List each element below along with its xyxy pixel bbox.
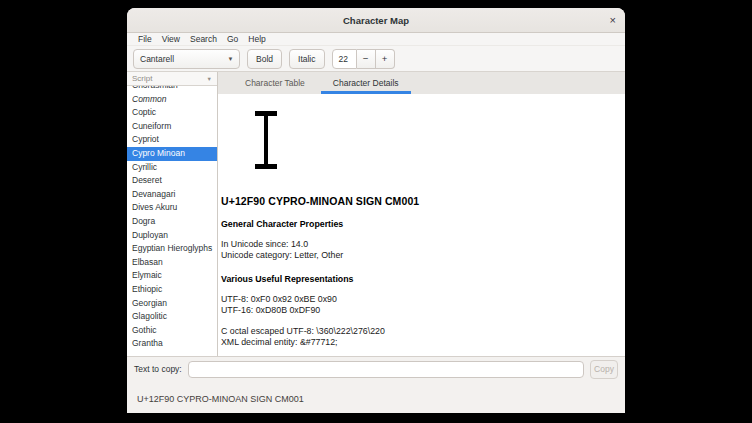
menu-item-go[interactable]: Go <box>222 34 243 44</box>
script-item-coptic[interactable]: Coptic <box>127 106 217 120</box>
increase-size-button[interactable]: + <box>376 49 395 69</box>
script-item-elymaic[interactable]: Elymaic <box>127 269 217 283</box>
font-size-spinner: 22 − + <box>332 49 395 69</box>
font-size-input[interactable]: 22 <box>332 49 357 69</box>
text-to-copy-label: Text to copy: <box>134 364 182 374</box>
copy-bar: Text to copy: Copy <box>127 356 625 381</box>
script-item-cyrillic[interactable]: Cyrillic <box>127 161 217 175</box>
script-sidebar: Script ▼ ChorasmianCommonCopticCuneiform… <box>127 72 218 356</box>
menu-item-help[interactable]: Help <box>243 34 270 44</box>
character-details-panel: U+12F90 CYPRO-MINOAN SIGN CM001 General … <box>218 94 625 356</box>
section-heading: General Character Properties <box>221 219 613 229</box>
character-heading: U+12F90 CYPRO-MINOAN SIGN CM001 <box>221 195 613 207</box>
script-item-chorasmian[interactable]: Chorasmian <box>127 86 217 93</box>
detail-lines-group: UTF-8: 0xF0 0x92 0xBE 0x90UTF-16: 0xD80B… <box>221 294 613 317</box>
script-list: ChorasmianCommonCopticCuneiformCypriotCy… <box>127 86 217 356</box>
tab-character-details[interactable]: Character Details <box>319 72 413 94</box>
script-header-label: Script <box>132 74 152 83</box>
tab-bar: Character TableCharacter Details <box>218 72 625 94</box>
bold-button[interactable]: Bold <box>247 49 282 69</box>
font-toolbar: Cantarell ▼ Bold Italic 22 − + <box>127 46 625 72</box>
italic-button[interactable]: Italic <box>289 49 324 69</box>
detail-lines-group: C octal escaped UTF-8: \360\222\276\220X… <box>221 326 613 349</box>
detail-lines-group: In Unicode since: 14.0Unicode category: … <box>221 239 613 262</box>
script-item-cuneiform[interactable]: Cuneiform <box>127 120 217 134</box>
menu-bar: FileViewSearchGoHelp <box>127 33 625 46</box>
title-bar[interactable]: Character Map × <box>127 8 625 33</box>
script-item-dives-akuru[interactable]: Dives Akuru <box>127 201 217 215</box>
script-item-glagolitic[interactable]: Glagolitic <box>127 310 217 324</box>
script-item-ethiopic[interactable]: Ethiopic <box>127 283 217 297</box>
script-item-egyptian-hieroglyphs[interactable]: Egyptian Hieroglyphs <box>127 242 217 256</box>
detail-line: UTF-16: 0xD80B 0xDF90 <box>221 305 613 316</box>
content-area: Script ▼ ChorasmianCommonCopticCuneiform… <box>127 72 625 356</box>
glyph-stem <box>264 111 268 169</box>
menu-item-file[interactable]: File <box>133 34 157 44</box>
text-to-copy-input[interactable] <box>188 361 584 378</box>
script-item-elbasan[interactable]: Elbasan <box>127 256 217 270</box>
script-item-cypro-minoan[interactable]: Cypro Minoan <box>127 147 217 161</box>
close-icon[interactable]: × <box>610 15 616 26</box>
script-item-deseret[interactable]: Deseret <box>127 174 217 188</box>
script-item-duployan[interactable]: Duployan <box>127 229 217 243</box>
script-column-header[interactable]: Script ▼ <box>127 72 217 86</box>
menu-item-view[interactable]: View <box>157 34 185 44</box>
decrease-size-button[interactable]: − <box>357 49 376 69</box>
section-heading: Various Useful Representations <box>221 274 613 284</box>
main-panel: Character TableCharacter Details U+12F90… <box>218 72 625 356</box>
window-title: Character Map <box>343 15 409 26</box>
character-glyph-preview <box>255 111 277 169</box>
status-bar: U+12F90 CYPRO-MINOAN SIGN CM001 <box>127 381 625 413</box>
detail-line: Unicode category: Letter, Other <box>221 250 613 261</box>
script-item-grantha[interactable]: Grantha <box>127 337 217 351</box>
tab-character-table[interactable]: Character Table <box>231 72 319 94</box>
chevron-down-icon: ▼ <box>222 56 239 62</box>
script-item-gothic[interactable]: Gothic <box>127 324 217 338</box>
sort-arrow-icon: ▼ <box>207 76 212 82</box>
script-item-common[interactable]: Common <box>127 93 217 107</box>
character-map-window: Character Map × FileViewSearchGoHelp Can… <box>127 8 625 413</box>
detail-line: In Unicode since: 14.0 <box>221 239 613 250</box>
detail-line: C octal escaped UTF-8: \360\222\276\220 <box>221 326 613 337</box>
script-item-georgian[interactable]: Georgian <box>127 297 217 311</box>
script-item-cypriot[interactable]: Cypriot <box>127 133 217 147</box>
font-selector-dropdown[interactable]: Cantarell ▼ <box>133 49 240 69</box>
detail-line: XML decimal entity: &#77712; <box>221 337 613 348</box>
copy-button[interactable]: Copy <box>590 360 618 379</box>
character-properties: General Character PropertiesIn Unicode s… <box>221 219 613 349</box>
script-item-dogra[interactable]: Dogra <box>127 215 217 229</box>
script-item-devanagari[interactable]: Devanagari <box>127 188 217 202</box>
menu-item-search[interactable]: Search <box>185 34 222 44</box>
detail-line: UTF-8: 0xF0 0x92 0xBE 0x90 <box>221 294 613 305</box>
status-text: U+12F90 CYPRO-MINOAN SIGN CM001 <box>137 394 304 404</box>
font-name-value: Cantarell <box>134 54 222 64</box>
